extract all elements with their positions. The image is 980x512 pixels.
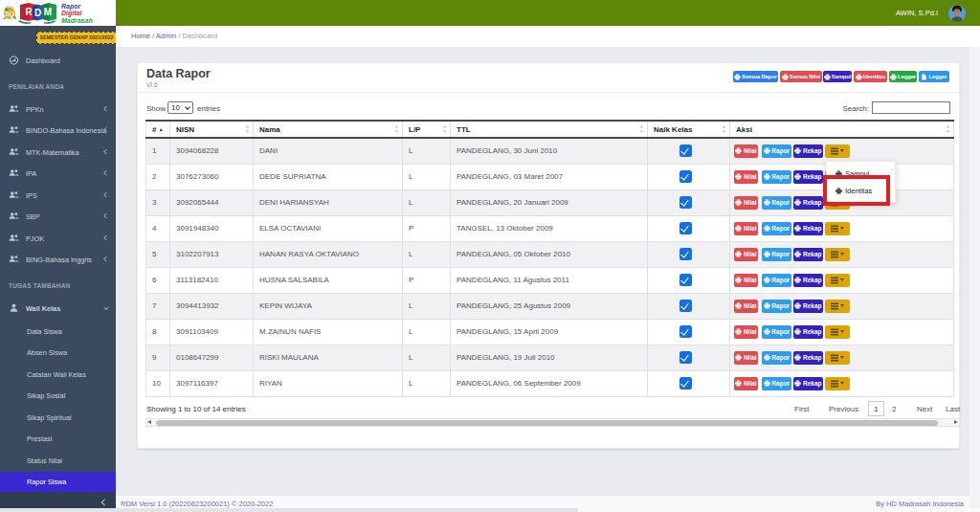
svg-text:R: R xyxy=(25,7,33,17)
svg-text:Madrasah: Madrasah xyxy=(61,17,93,24)
svg-text:M: M xyxy=(44,7,52,17)
svg-text:D: D xyxy=(34,8,41,18)
svg-text:SQ: SQ xyxy=(5,11,15,18)
svg-text:ikhlas: ikhlas xyxy=(6,6,14,10)
